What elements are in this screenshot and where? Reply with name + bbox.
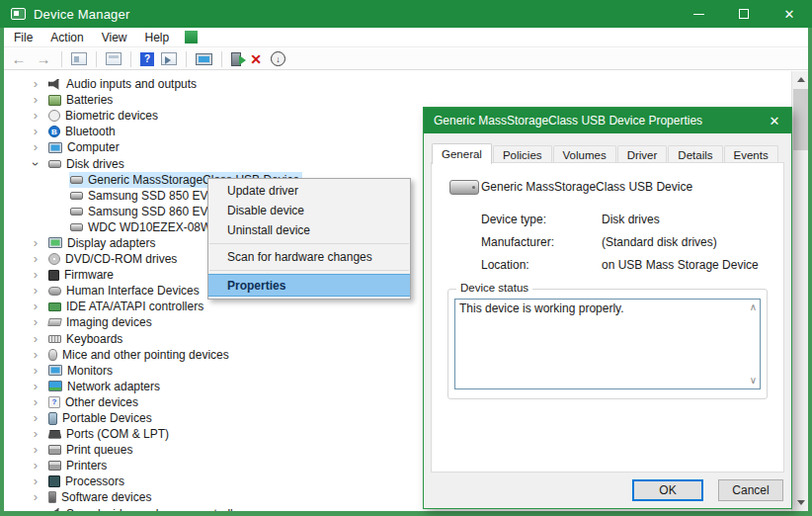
context-menu-item-properties[interactable]: Properties (208, 274, 410, 297)
context-menu-item-scan-for-hardware-changes[interactable]: Scan for hardware changes (208, 247, 410, 267)
menu-item-view[interactable]: View (93, 28, 136, 47)
chevron-icon[interactable]: › (30, 413, 41, 423)
title-bar: Device Manager ✕ (0, 0, 812, 28)
chevron-icon[interactable]: › (30, 476, 41, 486)
chevron-icon[interactable]: › (30, 317, 41, 327)
disk-drive-icon (449, 180, 479, 195)
dialog-close-button[interactable]: ✕ (758, 108, 791, 133)
device-status-textarea[interactable]: This device is working properly. ∧ ∨ (454, 299, 761, 389)
update-driver-icon[interactable] (231, 52, 241, 66)
chevron-icon[interactable]: › (30, 254, 41, 264)
chevron-icon[interactable]: › (30, 111, 41, 121)
field-value: Disk drives (602, 213, 660, 226)
toolbar-separator (61, 51, 62, 67)
chevron-icon[interactable]: › (30, 270, 41, 280)
chevron-icon[interactable]: › (30, 301, 41, 311)
menu-item-help[interactable]: Help (136, 28, 179, 47)
device-status-text: This device is working properly. (459, 301, 624, 315)
toolbar-separator (221, 51, 222, 67)
unknown-icon: ? (48, 396, 60, 408)
vertical-scrollbar[interactable] (791, 71, 808, 511)
back-icon[interactable]: ← (10, 50, 28, 67)
action-pane-icon[interactable] (161, 52, 177, 65)
device-status-group: Device status This device is working pro… (447, 289, 768, 399)
context-menu-item-uninstall-device[interactable]: Uninstall device (208, 220, 410, 240)
chevron-icon[interactable]: › (30, 445, 41, 455)
maximize-icon (739, 9, 749, 19)
tree-item-label: Human Interface Devices (66, 284, 200, 298)
field-value: on USB Mass Storage Device (602, 258, 759, 272)
scrollbar-thumb[interactable] (793, 89, 808, 150)
menu-separator (209, 270, 409, 271)
status-scroll-down-icon[interactable]: ∨ (750, 376, 757, 386)
uninstall-icon[interactable]: ✕ (248, 51, 264, 67)
ok-button[interactable]: OK (632, 479, 703, 501)
tab-events[interactable]: Events (724, 145, 778, 163)
tab-volumes[interactable]: Volumes (553, 145, 616, 163)
computer-icon[interactable] (196, 53, 212, 65)
scroll-up-button[interactable] (792, 71, 808, 88)
context-menu-item-update-driver[interactable]: Update driver (208, 181, 410, 201)
ide-icon (48, 302, 61, 311)
help-icon[interactable]: ? (140, 52, 154, 66)
context-menu-item-disable-device[interactable]: Disable device (208, 201, 410, 220)
tree-item-audio-inputs-and-outputs[interactable]: ›Audio inputs and outputs (4, 76, 790, 92)
chevron-icon[interactable]: › (30, 350, 41, 360)
tree-item-batteries[interactable]: ›Batteries (4, 92, 790, 108)
dialog-title-bar: Generic MassStorageClass USB Device Prop… (424, 108, 791, 133)
monitor-icon (48, 365, 62, 376)
tab-policies[interactable]: Policies (493, 145, 552, 163)
chevron-icon[interactable]: › (30, 79, 41, 89)
chevron-icon[interactable]: › (31, 158, 41, 170)
chevron-icon[interactable]: › (30, 366, 41, 376)
chevron-icon[interactable]: › (30, 397, 41, 407)
menu-item-action[interactable]: Action (41, 28, 92, 47)
maximize-button[interactable] (721, 0, 767, 28)
minimize-button[interactable] (676, 0, 721, 28)
printer-icon (48, 445, 61, 455)
cancel-button[interactable]: Cancel (718, 479, 783, 501)
chevron-icon[interactable]: › (30, 509, 41, 511)
general-tab-panel: Generic MassStorageClass USB Device Devi… (431, 162, 784, 473)
tree-item-label: Other devices (65, 395, 138, 409)
tree-item-label: Keyboards (66, 332, 122, 346)
tab-general[interactable]: General (432, 143, 492, 164)
tree-item-label: Processors (65, 474, 124, 488)
close-button[interactable]: ✕ (767, 0, 812, 28)
window-title: Device Manager (34, 7, 129, 22)
tab-driver[interactable]: Driver (617, 145, 668, 163)
disable-icon[interactable]: ↓ (271, 51, 285, 66)
chevron-icon[interactable]: › (30, 95, 41, 105)
green-square-icon (185, 31, 198, 43)
keyboard-icon (48, 335, 61, 343)
chevron-icon[interactable]: › (30, 127, 41, 136)
chevron-icon[interactable]: › (30, 334, 41, 344)
status-scroll-up-icon[interactable]: ∧ (750, 302, 757, 312)
toolbar: ←→?✕↓ (4, 48, 808, 70)
console-tree-icon[interactable] (71, 52, 87, 65)
device-status-label: Device status (456, 282, 532, 294)
chevron-icon[interactable]: › (30, 429, 41, 439)
scroll-up-icon (797, 77, 805, 82)
dialog-tabs: GeneralPoliciesVolumesDriverDetailsEvent… (432, 143, 779, 163)
field-row-location: Location:on USB Mass Storage Device (481, 258, 773, 272)
forward-icon[interactable]: → (35, 50, 52, 67)
tree-item-label: Network adapters (67, 380, 160, 393)
chevron-icon[interactable]: › (30, 142, 41, 152)
chevron-icon[interactable]: › (30, 492, 41, 502)
tab-details[interactable]: Details (668, 145, 722, 163)
tree-item-label: Print queues (66, 443, 132, 457)
chevron-icon[interactable]: › (30, 382, 41, 391)
menu-item-file[interactable]: File (4, 28, 41, 47)
properties-sheet-icon[interactable] (106, 52, 122, 65)
chevron-icon[interactable]: › (30, 461, 41, 471)
menu-separator (209, 243, 409, 244)
scroll-down-button[interactable] (792, 494, 808, 511)
chevron-icon[interactable]: › (30, 286, 41, 296)
toolbar-separator (130, 51, 131, 67)
tree-item-label: Biometric devices (65, 109, 158, 123)
mouse-icon (48, 349, 57, 361)
tree-item-label: Samsung SSD 850 EVO (88, 189, 217, 203)
tree-item-label: Portable Devices (62, 411, 152, 425)
chevron-icon[interactable]: › (30, 238, 41, 248)
